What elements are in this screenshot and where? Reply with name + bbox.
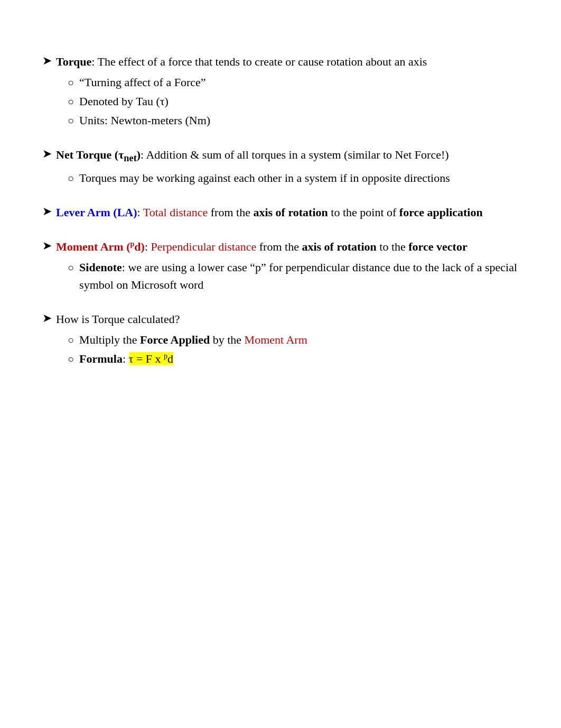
how-calculated-sub-list: ○ Multiply the Force Applied by the Mome… xyxy=(68,331,519,367)
arrow-icon: ➤ xyxy=(42,239,52,253)
bullet-how-calculated-main: ➤ How is Torque calculated? xyxy=(42,310,519,328)
circle-bullet-icon: ○ xyxy=(68,94,74,109)
net-torque-sub-list: ○ Torques may be working against each ot… xyxy=(68,169,519,187)
moment-arm-sidenote: Sidenote: we are using a lower case “p” … xyxy=(79,259,519,293)
section-moment-arm: ➤ Moment Arm (pd): Perpendicular distanc… xyxy=(42,238,519,293)
formula-label: Formula xyxy=(79,352,123,365)
list-item: ○ Torques may be working against each ot… xyxy=(68,169,519,187)
torque-label: Torque xyxy=(56,55,91,68)
moment-arm-force-vector: force vector xyxy=(408,240,467,253)
list-item: ○ Formula: τ = F x pd xyxy=(68,350,519,367)
torque-content: Torque: The effect of a force that tends… xyxy=(56,53,519,70)
net-torque-sub-1: Torques may be working against each othe… xyxy=(79,169,519,187)
formula-value: τ = F x pd xyxy=(129,352,173,365)
force-applied-label: Force Applied xyxy=(140,333,210,346)
net-subscript: net xyxy=(124,153,136,163)
torque-sub-2: Denoted by Tau (τ) xyxy=(79,93,519,110)
list-item: ○ Sidenote: we are using a lower case “p… xyxy=(68,259,519,293)
arrow-icon: ➤ xyxy=(42,147,52,161)
moment-arm-label-red: Moment Arm (pd) xyxy=(56,240,145,253)
lever-arm-axis: axis of rotation xyxy=(253,206,328,219)
moment-arm-ref: Moment Arm xyxy=(245,333,307,346)
net-torque-description: : Addition & sum of all torques in a sys… xyxy=(141,148,449,161)
bullet-moment-arm-main: ➤ Moment Arm (pd): Perpendicular distanc… xyxy=(42,238,519,255)
section-lever-arm: ➤ Lever Arm (LA): Total distance from th… xyxy=(42,204,519,221)
list-item: ○ “Turning affect of a Force” xyxy=(68,73,519,91)
circle-bullet-icon: ○ xyxy=(68,170,74,186)
lever-arm-total-distance: Total distance xyxy=(143,206,208,219)
list-item: ○ Units: Newton-meters (Nm) xyxy=(68,112,519,129)
lever-arm-label: Lever Arm (LA) xyxy=(56,206,137,219)
net-torque-label: Net Torque (τnet) xyxy=(56,148,141,161)
bullet-torque-main: ➤ Torque: The effect of a force that ten… xyxy=(42,53,519,70)
list-item: ○ Denoted by Tau (τ) xyxy=(68,93,519,110)
moment-arm-axis: axis of rotation xyxy=(302,240,376,253)
circle-bullet-icon: ○ xyxy=(68,332,74,348)
lever-arm-force-application: force application xyxy=(399,206,483,219)
circle-bullet-icon: ○ xyxy=(68,113,74,128)
arrow-icon: ➤ xyxy=(42,205,52,218)
formula-sup: p xyxy=(164,352,167,360)
torque-description: : The effect of a force that tends to cr… xyxy=(91,55,427,68)
torque-sub-list: ○ “Turning affect of a Force” ○ Denoted … xyxy=(68,73,519,129)
section-net-torque: ➤ Net Torque (τnet): Addition & sum of a… xyxy=(42,146,519,187)
arrow-icon: ➤ xyxy=(42,311,52,325)
how-calculated-content: How is Torque calculated? xyxy=(56,310,519,328)
arrow-icon: ➤ xyxy=(42,54,52,68)
moment-arm-sup: p xyxy=(130,240,135,248)
moment-arm-content: Moment Arm (pd): Perpendicular distance … xyxy=(56,238,519,255)
circle-bullet-icon: ○ xyxy=(68,260,74,275)
formula-text: Formula: τ = F x pd xyxy=(79,350,519,367)
multiply-text: Multiply the Force Applied by the Moment… xyxy=(79,331,519,348)
moment-arm-perp-distance: Perpendicular distance xyxy=(151,240,257,253)
torque-sub-1: “Turning affect of a Force” xyxy=(79,73,519,91)
sidenote-label: Sidenote xyxy=(79,261,122,274)
moment-arm-label: Moment Arm (pd) xyxy=(56,240,145,253)
circle-bullet-icon: ○ xyxy=(68,351,74,367)
torque-sub-3: Units: Newton-meters (Nm) xyxy=(79,112,519,129)
moment-arm-text: : Perpendicular distance from the axis o… xyxy=(145,240,467,253)
section-torque: ➤ Torque: The effect of a force that ten… xyxy=(42,53,519,129)
how-calculated-text: How is Torque calculated? xyxy=(56,312,180,326)
bullet-net-torque-main: ➤ Net Torque (τnet): Addition & sum of a… xyxy=(42,146,519,166)
bullet-lever-arm-main: ➤ Lever Arm (LA): Total distance from th… xyxy=(42,204,519,221)
lever-arm-content: Lever Arm (LA): Total distance from the … xyxy=(56,204,519,221)
moment-arm-sub-list: ○ Sidenote: we are using a lower case “p… xyxy=(68,259,519,293)
list-item: ○ Multiply the Force Applied by the Mome… xyxy=(68,331,519,348)
lever-arm-label-blue: Lever Arm (LA) xyxy=(56,206,137,219)
net-torque-content: Net Torque (τnet): Addition & sum of all… xyxy=(56,146,519,166)
circle-bullet-icon: ○ xyxy=(68,75,74,90)
lever-arm-text: : Total distance from the axis of rotati… xyxy=(137,206,483,219)
section-how-calculated: ➤ How is Torque calculated? ○ Multiply t… xyxy=(42,310,519,367)
